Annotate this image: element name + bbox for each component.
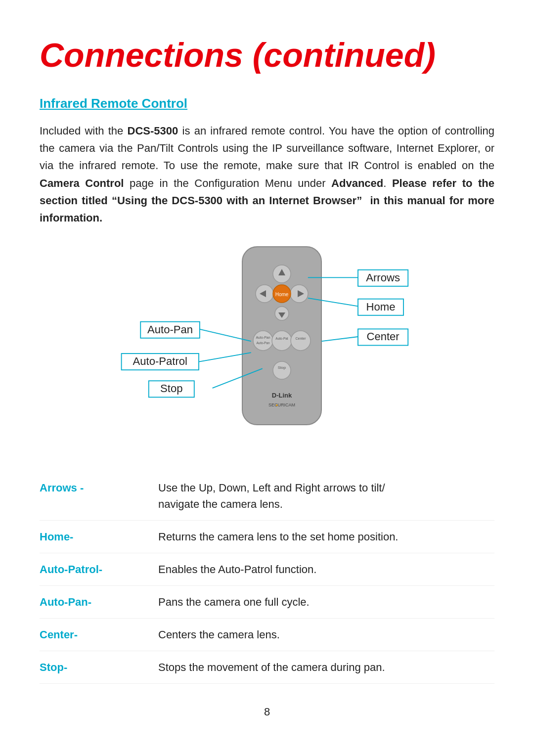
svg-text:SECURICAM: SECURICAM [268, 402, 295, 407]
desc-row-center: Center- Centers the camera lens. [40, 619, 494, 651]
remote-control-image: Home Auto-Pan Auto-Pan Auto-Pat Center S… [227, 244, 336, 432]
section-heading: Infrared Remote Control [40, 94, 494, 113]
svg-text:Home: Home [366, 301, 396, 313]
svg-rect-33 [140, 322, 200, 338]
svg-text:Center: Center [295, 337, 306, 340]
def-home: Returns the camera lens to the set home … [158, 521, 494, 553]
def-center: Centers the camera lens. [158, 619, 494, 651]
desc-row-auto-pan: Auto-Pan- Pans the camera one full cycle… [40, 586, 494, 619]
def-auto-patrol: Enables the Auto-Patrol function. [158, 553, 494, 586]
term-stop: Stop- [40, 651, 158, 684]
svg-text:Center: Center [366, 330, 399, 343]
svg-rect-36 [122, 354, 199, 370]
term-home: Home- [40, 521, 158, 553]
svg-text:Auto-Pan: Auto-Pan [256, 341, 269, 345]
svg-text:Auto-Patrol: Auto-Patrol [133, 355, 187, 367]
diagram-area: Home Auto-Pan Auto-Pan Auto-Pat Center S… [40, 244, 494, 452]
svg-text:Auto-Pat: Auto-Pat [275, 337, 288, 340]
svg-text:Auto-Pan: Auto-Pan [256, 336, 270, 339]
def-auto-pan: Pans the camera one full cycle. [158, 586, 494, 619]
desc-row-arrows: Arrows - Use the Up, Down, Left and Righ… [40, 472, 494, 521]
desc-row-auto-patrol: Auto-Patrol- Enables the Auto-Patrol fun… [40, 553, 494, 586]
svg-point-18 [273, 361, 291, 379]
term-arrows: Arrows - [40, 472, 158, 521]
term-auto-patrol: Auto-Patrol- [40, 553, 158, 586]
term-center: Center- [40, 619, 158, 651]
svg-rect-27 [358, 299, 403, 315]
svg-point-11 [253, 331, 273, 351]
page-title: Connections (continued) [40, 30, 494, 80]
def-arrows: Use the Up, Down, Left and Right arrows … [158, 472, 494, 521]
intro-paragraph: Included with the DCS-5300 is an infrare… [40, 122, 494, 226]
def-stop: Stops the movement of the camera during … [158, 651, 494, 684]
svg-text:Stop: Stop [278, 365, 286, 370]
svg-text:Stop: Stop [160, 382, 182, 395]
svg-rect-30 [358, 329, 408, 345]
svg-text:D-Link: D-Link [272, 392, 292, 399]
page-number: 8 [40, 704, 494, 720]
svg-text:Auto-Pan: Auto-Pan [147, 323, 193, 336]
term-auto-pan: Auto-Pan- [40, 586, 158, 619]
svg-text:Arrows: Arrows [366, 271, 400, 284]
descriptions-table: Arrows - Use the Up, Down, Left and Righ… [40, 472, 494, 684]
svg-text:Home: Home [275, 292, 289, 297]
desc-row-stop: Stop- Stops the movement of the camera d… [40, 651, 494, 684]
svg-rect-24 [358, 270, 408, 286]
desc-row-home: Home- Returns the camera lens to the set… [40, 521, 494, 553]
svg-point-14 [272, 331, 292, 351]
svg-point-16 [291, 331, 311, 351]
svg-rect-39 [149, 381, 194, 397]
